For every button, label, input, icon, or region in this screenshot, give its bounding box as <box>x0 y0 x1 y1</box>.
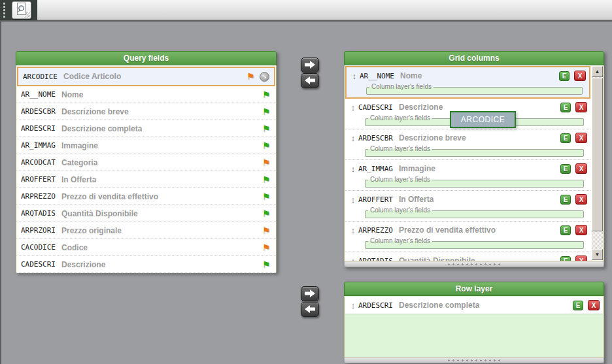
grid-column-item[interactable]: ↕ AROFFERT In Offerta E X Column layer's… <box>345 191 590 222</box>
delete-button[interactable]: X <box>574 71 586 81</box>
delete-button[interactable]: X <box>575 102 587 112</box>
field-code: ARPREZZO <box>21 192 56 201</box>
panel-title: Row layer <box>456 284 493 293</box>
top-toolbar <box>0 0 612 20</box>
grid-column-item[interactable]: ↕ ARDESCBR Descrizione breve E X Column … <box>345 129 590 160</box>
move-vertical-icon[interactable]: ↕ <box>348 225 358 235</box>
field-label: Codice <box>61 243 88 252</box>
flag-icon: ⚑ <box>261 158 271 167</box>
field-label: Descrizione <box>61 260 105 269</box>
fieldset-legend: Column layer's fields <box>368 116 432 121</box>
remove-from-row-layer-button[interactable] <box>301 302 319 317</box>
query-field-row[interactable]: CACODICE Codice ⚑ <box>16 239 276 256</box>
edit-button[interactable]: E <box>560 195 571 205</box>
flag-icon: ⚑ <box>261 226 271 235</box>
field-code: ARDESCRI <box>358 301 393 310</box>
flag-icon: ⚑ <box>261 141 271 150</box>
panel-title: Query fields <box>124 54 169 63</box>
field-code: ARPRZORI <box>21 226 56 235</box>
delete-button[interactable]: X <box>588 300 600 310</box>
add-to-grid-button[interactable] <box>301 58 319 73</box>
query-field-row[interactable]: ARPREZZO Prezzo di vendita effettivo ⚑ <box>16 188 276 205</box>
flag-icon: ⚑ <box>261 107 271 116</box>
edit-button[interactable]: E <box>560 103 571 112</box>
column-layer-fields-dropzone[interactable]: Column layer's fields <box>366 84 583 95</box>
grid-column-item[interactable]: ↕ AR__NOME Nome E X Column layer's field… <box>345 66 590 99</box>
scroll-up-button[interactable]: ▲ <box>592 66 603 77</box>
flag-icon: ⚑ <box>261 124 271 133</box>
delete-button[interactable]: X <box>575 225 587 235</box>
drag-ghost: ARCODICE <box>450 111 516 128</box>
add-to-row-layer-button[interactable] <box>301 286 319 301</box>
column-layer-fields-dropzone[interactable]: Column layer's fields <box>365 239 584 249</box>
field-code: ARDESCRI <box>21 124 56 133</box>
move-vertical-icon[interactable]: ↕ <box>348 103 358 112</box>
preview-button[interactable] <box>12 1 31 19</box>
scrollbar-thumb[interactable] <box>592 78 603 231</box>
move-vertical-icon[interactable]: ↕ <box>348 256 358 262</box>
query-field-row[interactable]: ARDESCBR Descrizione breve ⚑ <box>16 103 276 120</box>
query-field-row[interactable]: AROFFERT In Offerta ⚑ <box>16 171 276 188</box>
grid-column-item[interactable]: ↕ ARQTADIS Quantità Disponibile E X Colu… <box>345 252 590 261</box>
query-field-row[interactable]: ARCODICE Codice Articolo ⚑ ↘ <box>17 67 275 86</box>
move-vertical-icon[interactable]: ↕ <box>348 164 358 174</box>
move-vertical-icon[interactable]: ↕ <box>349 71 360 81</box>
scroll-down-button[interactable]: ▼ <box>592 249 603 260</box>
edit-button[interactable]: E <box>560 164 571 174</box>
grid-columns-resize-handle[interactable] <box>344 261 604 267</box>
field-code: CADESCRI <box>358 103 393 112</box>
query-field-row[interactable]: ARCODCAT Categoria ⚑ <box>16 154 276 171</box>
field-label: Nome <box>400 71 422 80</box>
edit-button[interactable]: E <box>559 71 570 81</box>
field-code: AR_IMMAG <box>21 141 56 150</box>
move-vertical-icon[interactable]: ↕ <box>348 301 358 310</box>
fieldset-legend: Column layer's fields <box>369 84 434 90</box>
drag-indicator-icon[interactable]: ↘ <box>260 72 269 82</box>
field-code: AROFFERT <box>358 195 393 204</box>
query-field-row[interactable]: CADESCRI Descrizione ⚑ <box>16 256 276 273</box>
move-vertical-icon[interactable]: ↕ <box>348 195 358 205</box>
flag-icon: ⚑ <box>245 72 256 81</box>
field-label: Nome <box>61 90 83 99</box>
flag-icon: ⚑ <box>261 90 271 99</box>
grid-columns-list: ↕ AR__NOME Nome E X Column layer's field… <box>344 65 604 261</box>
delete-button[interactable]: X <box>575 133 587 143</box>
grid-column-item[interactable]: ↕ AR_IMMAG Immagine E X Column layer's f… <box>345 160 590 191</box>
query-field-row[interactable]: AR__NOME Nome ⚑ <box>16 86 276 103</box>
field-code: ARCODCAT <box>21 158 56 167</box>
grid-columns-panel: Grid columns ↕ AR__NOME Nome E X Column … <box>344 51 604 267</box>
field-label: Codice Articolo <box>63 72 121 81</box>
move-vertical-icon[interactable]: ↕ <box>348 133 358 143</box>
arrow-left-icon <box>305 75 315 87</box>
query-field-row[interactable]: ARQTADIS Quantità Disponibile ⚑ <box>16 205 276 222</box>
edit-button[interactable]: E <box>573 301 583 310</box>
column-layer-fields-dropzone[interactable]: Column layer's fields <box>365 177 584 188</box>
edit-button[interactable]: E <box>560 133 571 143</box>
grid-columns-scrollbar[interactable]: ▲ ▼ <box>592 66 603 260</box>
field-code: ARPREZZO <box>358 226 393 235</box>
edit-button[interactable]: E <box>560 256 571 262</box>
field-code: ARCODICE <box>23 73 58 81</box>
toolbar-dark-section <box>0 0 37 20</box>
delete-button[interactable]: X <box>575 256 587 261</box>
row-layer-item[interactable]: ↕ ARDESCRI Descrizione completa E X <box>345 297 603 314</box>
field-code: ARDESCBR <box>21 107 56 116</box>
arrow-left-icon <box>305 304 315 316</box>
row-layer-resize-handle[interactable] <box>344 357 604 363</box>
row-layer-dropzone[interactable]: ↕ ARDESCRI Descrizione completa E X <box>344 296 604 357</box>
query-field-row[interactable]: ARDESCRI Descrizione completa ⚑ <box>16 120 276 137</box>
grid-column-item[interactable]: ↕ ARPREZZO Prezzo di vendita effettivo E… <box>345 222 590 252</box>
flag-icon: ⚑ <box>261 175 271 184</box>
field-code: AR__NOME <box>21 90 56 99</box>
remove-from-grid-button[interactable] <box>301 73 319 88</box>
column-layer-fields-dropzone[interactable]: Column layer's fields <box>365 208 584 218</box>
toolbar-grip[interactable] <box>1 2 7 19</box>
workspace: Query fields ARCODICE Codice Articolo ⚑ … <box>0 20 612 364</box>
edit-button[interactable]: E <box>560 225 571 235</box>
delete-button[interactable]: X <box>575 194 587 205</box>
arrow-right-icon <box>305 288 315 300</box>
query-field-row[interactable]: AR_IMMAG Immagine ⚑ <box>16 137 276 154</box>
delete-button[interactable]: X <box>575 163 587 174</box>
column-layer-fields-dropzone[interactable]: Column layer's fields <box>365 146 584 157</box>
query-field-row[interactable]: ARPRZORI Prezzo originale ⚑ <box>16 222 276 239</box>
